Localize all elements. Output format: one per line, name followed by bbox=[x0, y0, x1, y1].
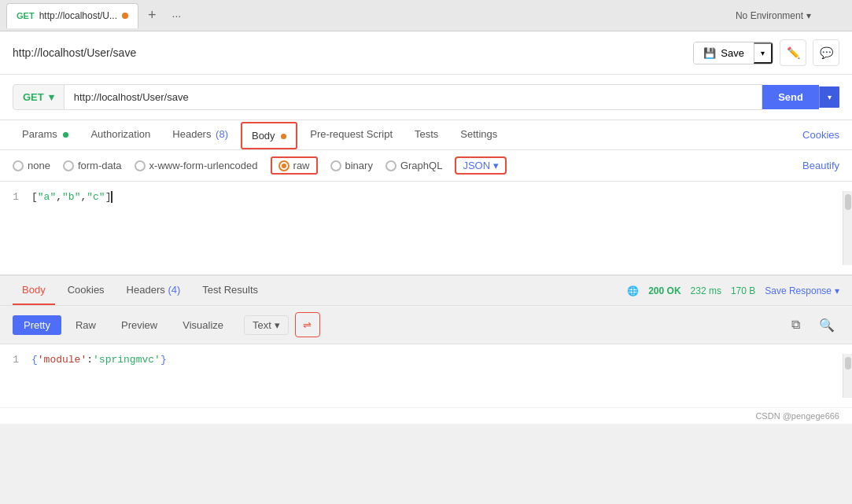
response-header: Body Cookies Headers (4) Test Results 🌐 … bbox=[0, 276, 852, 306]
resp-tab-cookies[interactable]: Cookies bbox=[58, 276, 114, 305]
tab-headers[interactable]: Headers (8) bbox=[163, 120, 238, 149]
urlencoded-label: x-www-form-urlencoded bbox=[149, 160, 258, 171]
send-button[interactable]: Send bbox=[762, 85, 819, 109]
tab-url: http://localhost/U... bbox=[39, 10, 117, 21]
method-selector[interactable]: GET ▾ bbox=[13, 84, 65, 110]
save-response-arrow: ▾ bbox=[835, 285, 839, 296]
view-tab-raw[interactable]: Raw bbox=[65, 315, 107, 335]
save-response-button[interactable]: Save Response ▾ bbox=[765, 285, 839, 296]
code-editor: 1 ["a","b","c"]​ bbox=[0, 182, 852, 276]
code-string-a: "a" bbox=[38, 191, 56, 203]
send-dropdown-button[interactable]: ▾ bbox=[819, 86, 839, 108]
body-dot bbox=[281, 134, 286, 139]
request-url-display: http://localhost/User/save bbox=[13, 46, 136, 59]
url-actions: 💾 Save ▾ ✏️ 💬 bbox=[693, 39, 839, 66]
tab-body[interactable]: Body bbox=[241, 122, 297, 149]
radio-binary[interactable] bbox=[330, 160, 341, 171]
search-response-button[interactable]: 🔍 bbox=[814, 312, 839, 337]
save-icon: 💾 bbox=[703, 47, 716, 59]
radio-none[interactable] bbox=[13, 160, 24, 171]
text-label: Text bbox=[253, 319, 271, 331]
tab-settings[interactable]: Settings bbox=[451, 120, 507, 149]
env-arrow: ▾ bbox=[806, 10, 811, 21]
filter-icon-button[interactable]: ⇌ bbox=[295, 312, 320, 337]
radio-graphql[interactable] bbox=[385, 160, 396, 171]
comment-icon-button[interactable]: 💬 bbox=[813, 39, 839, 66]
code-comma-1: , bbox=[56, 191, 62, 203]
radio-urlencoded[interactable] bbox=[135, 160, 146, 171]
new-tab-button[interactable]: + bbox=[142, 7, 163, 24]
send-button-group: Send ▾ bbox=[762, 85, 839, 109]
tab-authorization[interactable]: Authorization bbox=[81, 120, 160, 149]
response-view-tabs: Pretty Raw Preview Visualize Text ▾ ⇌ ⧉ … bbox=[0, 306, 852, 344]
tab-bar: GET http://localhost/U... + ··· No Envir… bbox=[0, 0, 852, 31]
save-response-label: Save Response bbox=[765, 285, 832, 296]
scroll-thumb[interactable] bbox=[845, 194, 851, 210]
resp-close-brace: } bbox=[160, 354, 167, 366]
resp-open-brace: { bbox=[31, 354, 38, 366]
save-dropdown-button[interactable]: ▾ bbox=[754, 42, 773, 64]
watermark-text: CSDN @pengege666 bbox=[755, 411, 839, 421]
text-type-selector[interactable]: Text ▾ bbox=[244, 315, 289, 335]
response-time: 232 ms bbox=[691, 285, 721, 296]
resp-scroll-thumb[interactable] bbox=[845, 357, 851, 370]
save-label: Save bbox=[721, 47, 744, 59]
copy-response-button[interactable]: ⧉ bbox=[783, 312, 808, 337]
edit-icon-button[interactable]: ✏️ bbox=[780, 39, 806, 66]
resp-tab-test-results[interactable]: Test Results bbox=[193, 276, 267, 305]
method-arrow: ▾ bbox=[49, 91, 54, 103]
resp-line-numbers: 1 bbox=[0, 354, 31, 398]
globe-icon: 🌐 bbox=[627, 285, 639, 296]
beautify-button[interactable]: Beautify bbox=[802, 160, 839, 171]
view-tab-visualize[interactable]: Visualize bbox=[172, 315, 234, 335]
more-tabs-button[interactable]: ··· bbox=[166, 9, 188, 22]
tab-pre-request[interactable]: Pre-request Script bbox=[301, 120, 402, 149]
save-button-group: 💾 Save ▾ bbox=[693, 42, 773, 64]
request-tab[interactable]: GET http://localhost/U... bbox=[6, 3, 138, 28]
resp-colon: : bbox=[87, 354, 93, 366]
resp-tab-body[interactable]: Body bbox=[13, 276, 55, 305]
url-bar-area: http://localhost/User/save 💾 Save ▾ ✏️ 💬 bbox=[0, 31, 852, 75]
binary-label: binary bbox=[345, 160, 373, 171]
cookies-link[interactable]: Cookies bbox=[802, 129, 839, 141]
code-content[interactable]: ["a","b","c"]​ bbox=[31, 191, 843, 265]
option-none[interactable]: none bbox=[13, 160, 50, 171]
app-container: GET http://localhost/U... + ··· No Envir… bbox=[0, 0, 852, 504]
line-numbers: 1 bbox=[0, 191, 31, 265]
request-line: GET ▾ Send ▾ bbox=[0, 75, 852, 120]
view-tab-pretty[interactable]: Pretty bbox=[13, 315, 61, 335]
environment-selector[interactable]: No Environment ▾ bbox=[736, 10, 811, 21]
url-input[interactable] bbox=[65, 84, 762, 110]
tab-tests[interactable]: Tests bbox=[405, 120, 448, 149]
tab-params[interactable]: Params bbox=[13, 120, 78, 149]
radio-raw[interactable] bbox=[278, 160, 290, 171]
status-info: 🌐 200 OK 232 ms 170 B Save Response ▾ bbox=[627, 285, 839, 296]
text-arrow: ▾ bbox=[275, 319, 280, 331]
tab-dot bbox=[122, 13, 128, 19]
save-main-button[interactable]: 💾 Save bbox=[694, 42, 754, 64]
resp-tab-headers[interactable]: Headers (4) bbox=[117, 276, 190, 305]
option-urlencoded[interactable]: x-www-form-urlencoded bbox=[135, 160, 258, 171]
view-tab-preview[interactable]: Preview bbox=[110, 315, 168, 335]
code-string-c: "c" bbox=[87, 191, 105, 203]
resp-value: 'springmvc' bbox=[93, 354, 160, 366]
option-binary[interactable]: binary bbox=[330, 160, 373, 171]
radio-form-data[interactable] bbox=[63, 160, 74, 171]
method-label: GET bbox=[23, 91, 44, 103]
option-graphql[interactable]: GraphQL bbox=[385, 160, 442, 171]
params-dot bbox=[63, 132, 68, 138]
body-options: none form-data x-www-form-urlencoded raw… bbox=[0, 150, 852, 182]
response-action-icons: ⧉ 🔍 bbox=[783, 312, 839, 337]
response-scrollbar[interactable] bbox=[843, 354, 852, 398]
option-raw[interactable]: raw bbox=[271, 156, 318, 175]
json-type-selector[interactable]: JSON ▾ bbox=[455, 156, 507, 175]
line-number-1: 1 bbox=[13, 191, 19, 203]
code-string-b: "b" bbox=[62, 191, 80, 203]
editor-scrollbar[interactable] bbox=[843, 191, 852, 265]
graphql-label: GraphQL bbox=[400, 160, 442, 171]
resp-code-content[interactable]: {'module':'springmvc'} bbox=[31, 354, 843, 398]
raw-label: raw bbox=[293, 160, 310, 171]
tab-method: GET bbox=[17, 11, 35, 20]
option-form-data[interactable]: form-data bbox=[63, 160, 122, 171]
resp-key: 'module' bbox=[38, 354, 87, 366]
